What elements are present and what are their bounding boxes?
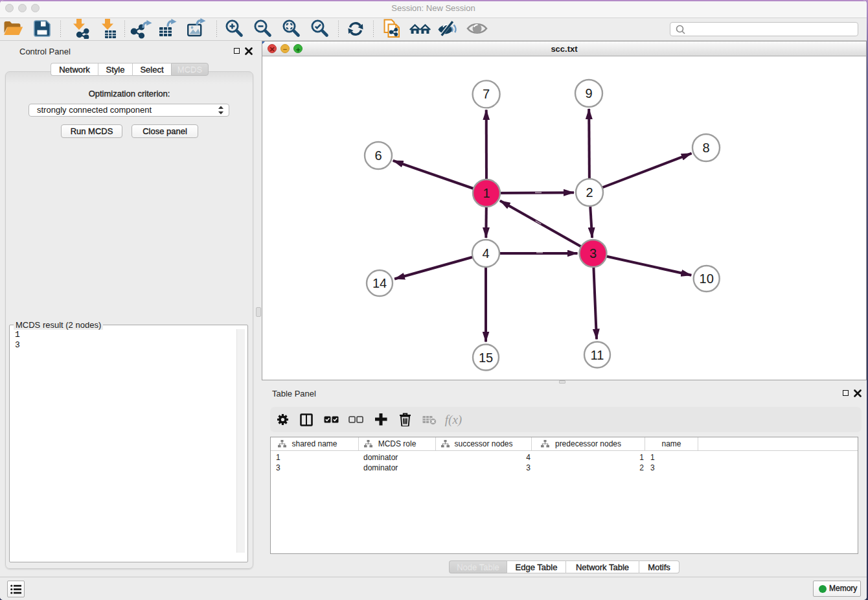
- svg-text:8: 8: [702, 141, 709, 155]
- svg-text:7: 7: [483, 87, 490, 101]
- svg-text:11: 11: [591, 348, 604, 362]
- svg-text:15: 15: [479, 351, 493, 365]
- svg-text:9: 9: [585, 86, 592, 100]
- svg-text:3: 3: [589, 246, 597, 260]
- svg-text:10: 10: [700, 271, 714, 286]
- svg-text:4: 4: [482, 246, 489, 260]
- svg-text:6: 6: [374, 148, 382, 163]
- svg-text:1: 1: [483, 186, 490, 200]
- svg-text:14: 14: [372, 276, 387, 290]
- svg-text:2: 2: [586, 185, 593, 200]
